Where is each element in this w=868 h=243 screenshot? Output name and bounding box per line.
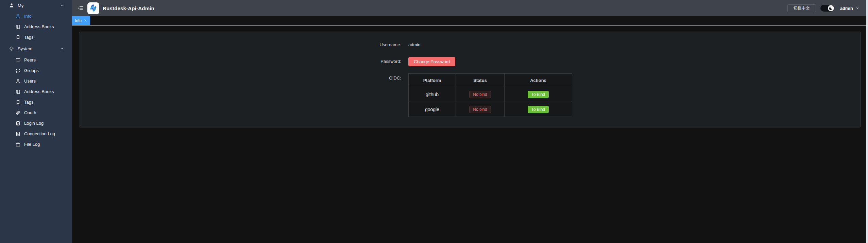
sidebar-item-peers[interactable]: Peers xyxy=(0,55,72,65)
status-badge: No bind xyxy=(469,91,491,98)
sidebar-item-info[interactable]: Info xyxy=(0,11,72,21)
sidebar-item-login-log[interactable]: Login Log xyxy=(0,118,72,128)
theme-toggle[interactable] xyxy=(820,5,834,12)
sidebar-section-my-header[interactable]: My xyxy=(0,0,72,11)
chat-bubble-icon xyxy=(15,68,21,73)
password-label: Password: xyxy=(79,57,401,66)
oidc-label: OIDC: xyxy=(79,73,401,83)
user-icon xyxy=(9,3,14,8)
username-row: Username: admin xyxy=(79,40,861,50)
notebook-icon xyxy=(15,24,21,30)
sidebar-item-oauth[interactable]: Oauth xyxy=(0,107,72,118)
sidebar-item-connection-log[interactable]: Connection Log xyxy=(0,128,72,139)
sidebar-item-groups[interactable]: Groups xyxy=(0,65,72,76)
chevron-up-icon xyxy=(60,47,64,51)
sidebar-item-label: Info xyxy=(24,14,32,19)
sidebar-item-file-log[interactable]: File Log xyxy=(0,139,72,150)
sidebar-item-label: Connection Log xyxy=(24,131,55,136)
to-bind-button-google[interactable]: To Bind xyxy=(528,106,549,113)
sidebar-item-label: Users xyxy=(24,79,36,84)
sidebar-item-tags[interactable]: Tags xyxy=(0,97,72,107)
table-row-github: github No bind To Bind xyxy=(409,87,572,102)
person-icon xyxy=(15,14,21,19)
change-password-button[interactable]: Change Password xyxy=(408,57,455,66)
user-menu[interactable]: admin xyxy=(840,6,860,11)
briefcase-icon xyxy=(15,142,21,147)
tab-close-icon[interactable] xyxy=(84,19,87,22)
sidebar-item-address-books[interactable]: Address Books xyxy=(0,86,72,97)
sidebar: My Info Address Books Tags System Peers … xyxy=(0,0,72,243)
password-row: Password: Change Password xyxy=(79,57,861,66)
actions-cell: To Bind xyxy=(505,102,572,117)
sidebar-section-label: My xyxy=(18,3,23,8)
monitor-icon xyxy=(15,57,21,63)
oidc-table: Platform Status Actions github No bind xyxy=(408,73,572,117)
username-label: Username: xyxy=(79,40,401,50)
clipboard-icon xyxy=(15,121,21,126)
chevron-up-icon xyxy=(60,3,64,7)
sidebar-section-system-header[interactable]: System xyxy=(0,42,72,55)
theme-toggle-knob xyxy=(828,5,834,11)
document-icon xyxy=(15,131,21,137)
platform-cell: google xyxy=(409,102,456,117)
tab-bar: Info xyxy=(72,16,868,25)
table-row-google: google No bind To Bind xyxy=(409,102,572,117)
sidebar-item-label: File Log xyxy=(24,142,40,147)
column-header-actions: Actions xyxy=(505,74,572,87)
column-header-platform: Platform xyxy=(409,74,456,87)
oidc-row: OIDC: Platform Status Actions github xyxy=(79,73,861,117)
sidebar-item-label: Tags xyxy=(24,100,33,105)
sidebar-item-tags[interactable]: Tags xyxy=(0,32,72,42)
app-title: Rustdesk-Api-Admin xyxy=(103,5,154,11)
rustdesk-swirl-icon xyxy=(89,4,98,13)
sidebar-item-label: Address Books xyxy=(24,89,54,94)
sidebar-item-label: Address Books xyxy=(24,24,54,29)
username-value: admin xyxy=(408,40,420,50)
platform-cell: github xyxy=(409,87,456,102)
sidebar-item-users[interactable]: Users xyxy=(0,76,72,86)
status-cell: No bind xyxy=(456,102,505,117)
sidebar-item-label: Login Log xyxy=(24,121,44,126)
actions-cell: To Bind xyxy=(505,87,572,102)
sidebar-item-label: Oauth xyxy=(24,110,36,115)
gear-icon xyxy=(9,46,14,51)
sidebar-item-label: Tags xyxy=(24,35,33,40)
moon-icon xyxy=(829,6,833,11)
sidebar-section-label: System xyxy=(18,46,32,51)
column-header-status: Status xyxy=(456,74,505,87)
user-name: admin xyxy=(840,6,853,11)
tab-label: Info xyxy=(75,18,82,23)
bookmark-icon xyxy=(15,100,21,105)
language-switch-button[interactable]: 切换中文 xyxy=(787,4,816,12)
sidebar-section-my: My Info Address Books Tags xyxy=(0,0,72,42)
main-content: Username: admin Password: Change Passwor… xyxy=(72,25,868,243)
tab-info[interactable]: Info xyxy=(72,16,90,25)
status-badge: No bind xyxy=(469,106,491,113)
sidebar-item-address-books[interactable]: Address Books xyxy=(0,21,72,32)
bookmark-icon xyxy=(15,35,21,40)
paperclip-icon xyxy=(15,110,21,116)
person-icon xyxy=(15,79,21,84)
sidebar-section-system: System Peers Groups Users Address Books … xyxy=(0,42,72,150)
vertical-scrollbar[interactable] xyxy=(866,0,868,243)
top-header: Rustdesk-Api-Admin 切换中文 admin xyxy=(72,0,868,16)
sidebar-item-label: Peers xyxy=(24,57,36,63)
chevron-down-icon xyxy=(855,6,860,10)
status-cell: No bind xyxy=(456,87,505,102)
app-logo xyxy=(87,2,99,14)
profile-panel: Username: admin Password: Change Passwor… xyxy=(79,32,861,127)
to-bind-button-github[interactable]: To Bind xyxy=(528,91,549,98)
oidc-table-header-row: Platform Status Actions xyxy=(409,74,572,87)
sidebar-item-label: Groups xyxy=(24,68,39,73)
sidebar-fold-icon[interactable] xyxy=(78,5,84,11)
notebook-icon xyxy=(15,89,21,94)
